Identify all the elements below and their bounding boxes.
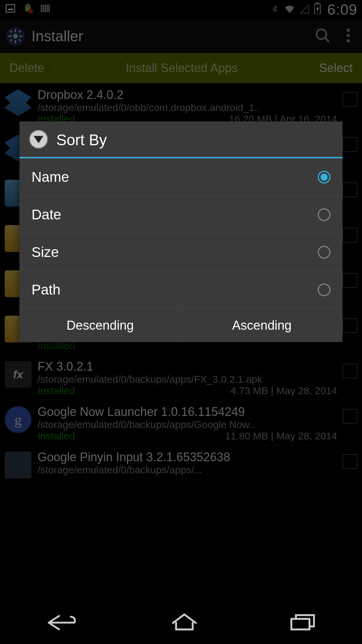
sort-option-label: Size: [32, 244, 59, 260]
sort-option-date[interactable]: Date: [19, 196, 343, 233]
nav-home-icon[interactable]: [169, 612, 199, 633]
sort-option-label: Date: [32, 207, 61, 223]
nav-recent-icon[interactable]: [288, 612, 318, 633]
sort-option-path[interactable]: Path: [19, 271, 343, 309]
nav-back-icon[interactable]: [44, 612, 81, 633]
radio-icon: [318, 246, 330, 259]
radio-icon: [318, 283, 330, 296]
dialog-title: Sort By: [56, 131, 107, 149]
sort-option-size[interactable]: Size: [19, 233, 343, 271]
sort-option-name[interactable]: Name: [19, 158, 343, 196]
radio-icon: [318, 171, 330, 183]
svg-rect-30: [292, 619, 310, 630]
radio-icon: [318, 208, 330, 221]
descending-button[interactable]: Descending: [19, 309, 181, 342]
ascending-button[interactable]: Ascending: [181, 309, 343, 342]
sort-dialog-icon: [29, 129, 48, 150]
nav-bar: [0, 600, 362, 644]
sort-option-label: Name: [32, 169, 69, 185]
sort-option-label: Path: [32, 282, 60, 298]
sort-dialog: Sort By NameDateSizePath Descending Asce…: [19, 121, 343, 342]
